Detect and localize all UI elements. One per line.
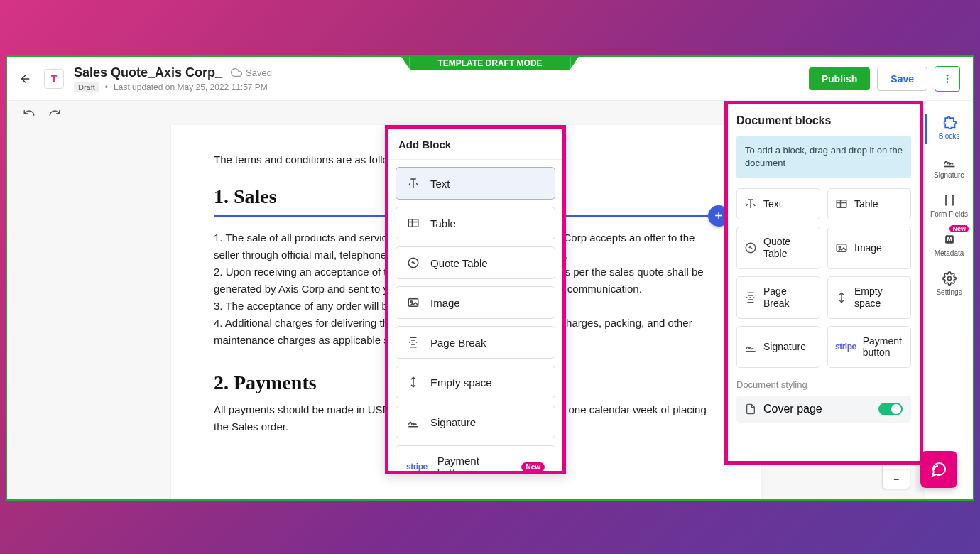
blocks-panel-title: Document blocks — [736, 114, 911, 127]
new-badge: New — [949, 225, 969, 232]
svg-point-1 — [947, 77, 949, 80]
rail-metadata-label: Metadata — [925, 249, 973, 257]
workspace: The terms and conditions are as follows … — [7, 101, 973, 499]
page-break-icon — [406, 335, 420, 349]
save-button[interactable]: Save — [877, 67, 927, 91]
metadata-icon: M — [942, 232, 957, 246]
stripe-icon: stripe — [406, 462, 428, 471]
rail-blocks[interactable]: Blocks — [925, 111, 973, 147]
stripe-icon: stripe — [835, 342, 856, 352]
block-item-label: Quote Table — [763, 236, 812, 260]
svg-point-2 — [947, 81, 949, 83]
more-menu-button[interactable] — [935, 66, 960, 92]
popup-item-label: Payment button — [437, 455, 512, 471]
rail-metadata[interactable]: New M Metadata — [925, 228, 973, 264]
cover-page-label: Cover page — [763, 403, 822, 416]
popup-title: Add Block — [388, 129, 562, 160]
rail-signature-label: Signature — [925, 171, 973, 179]
rail-form-fields[interactable]: Form Fields — [925, 189, 973, 225]
svg-point-23 — [839, 246, 840, 248]
brackets-icon — [942, 193, 957, 207]
table-icon — [406, 216, 420, 230]
puzzle-icon — [942, 115, 957, 129]
popup-item-text[interactable]: Text — [396, 167, 555, 200]
block-item-label: Table — [854, 198, 878, 210]
quote-table-icon — [744, 241, 757, 254]
svg-text:M: M — [947, 236, 952, 243]
chat-fab[interactable] — [920, 451, 957, 488]
rail-formfields-label: Form Fields — [925, 210, 973, 218]
block-item-empty-space[interactable]: Empty space — [827, 276, 911, 319]
zoom-out-button[interactable]: − — [883, 470, 910, 489]
signature-icon — [406, 415, 420, 429]
svg-rect-18 — [837, 200, 846, 208]
table-icon — [835, 197, 848, 210]
page-break-icon — [744, 291, 757, 304]
popup-item-label: Image — [430, 297, 460, 309]
svg-point-11 — [947, 277, 951, 281]
text-icon — [406, 176, 420, 190]
publish-button[interactable]: Publish — [809, 67, 871, 90]
back-button[interactable] — [17, 70, 34, 87]
styling-section-label: Document styling — [736, 379, 911, 390]
rail-signature[interactable]: Signature — [925, 150, 973, 186]
svg-point-0 — [947, 75, 949, 77]
blocks-panel-hint: To add a block, drag and drop it on the … — [736, 136, 911, 178]
popup-item-page-break[interactable]: Page Break — [396, 326, 555, 359]
image-icon — [835, 241, 848, 254]
draft-mode-banner: TEMPLATE DRAFT MODE — [409, 56, 570, 70]
history-bar — [23, 107, 61, 119]
cloud-icon — [231, 67, 242, 78]
cover-page-toggle[interactable] — [878, 403, 903, 416]
cover-page-row: Cover page — [736, 396, 911, 423]
block-item-label: Text — [763, 198, 782, 210]
popup-item-image[interactable]: Image — [396, 286, 555, 319]
document-icon — [745, 403, 756, 415]
signature-icon — [942, 154, 957, 168]
block-item-signature[interactable]: Signature — [736, 326, 820, 369]
chat-icon — [930, 461, 947, 478]
popup-item-table[interactable]: Table — [396, 207, 555, 239]
block-item-page-break[interactable]: Page Break — [736, 276, 820, 319]
popup-item-signature[interactable]: Signature — [396, 406, 555, 438]
svg-point-17 — [410, 301, 412, 303]
rail-settings[interactable]: Settings — [925, 267, 973, 303]
block-item-stripe[interactable]: stripePayment button — [827, 326, 911, 369]
signature-icon — [744, 340, 757, 353]
block-item-label: Empty space — [854, 286, 903, 310]
doc-title[interactable]: Sales Quote_Axis Corp_ — [74, 65, 222, 80]
empty-space-icon — [406, 375, 420, 389]
block-item-label: Payment button — [863, 335, 903, 359]
popup-item-label: Text — [430, 178, 450, 190]
popup-item-quote-table[interactable]: Quote Table — [396, 246, 555, 279]
rail-blocks-label: Blocks — [925, 132, 973, 140]
svg-rect-12 — [408, 219, 418, 227]
popup-item-label: Quote Table — [430, 257, 488, 269]
redo-icon — [48, 107, 61, 119]
undo-icon — [23, 107, 36, 119]
block-item-text[interactable]: Text — [736, 188, 820, 219]
popup-item-label: Page Break — [430, 337, 486, 349]
arrow-left-icon — [19, 72, 32, 85]
block-item-table[interactable]: Table — [827, 188, 911, 219]
quote-table-icon — [406, 256, 420, 270]
blocks-panel: Document blocks To add a block, drag and… — [724, 101, 923, 465]
right-rail: Blocks Signature Form Fields New M Metad… — [925, 101, 973, 499]
new-badge: New — [521, 462, 545, 472]
block-item-label: Signature — [763, 341, 806, 353]
last-updated: Last updated on May 25, 2022 11:57 PM — [114, 82, 268, 92]
popup-list: TextTableQuote TableImagePage BreakEmpty… — [388, 160, 562, 471]
popup-item-empty-space[interactable]: Empty space — [396, 366, 555, 398]
redo-button[interactable] — [48, 107, 61, 119]
gear-icon — [942, 271, 957, 286]
popup-item-stripe[interactable]: stripePayment buttonNew — [396, 445, 555, 471]
block-item-label: Image — [854, 242, 882, 254]
rail-settings-label: Settings — [925, 288, 973, 296]
block-item-quote-table[interactable]: Quote Table — [736, 227, 820, 269]
undo-button[interactable] — [23, 107, 36, 119]
block-item-label: Page Break — [763, 286, 812, 310]
popup-item-label: Empty space — [430, 376, 492, 389]
popup-item-label: Signature — [430, 416, 476, 428]
image-icon — [406, 295, 420, 310]
block-item-image[interactable]: Image — [827, 227, 911, 269]
